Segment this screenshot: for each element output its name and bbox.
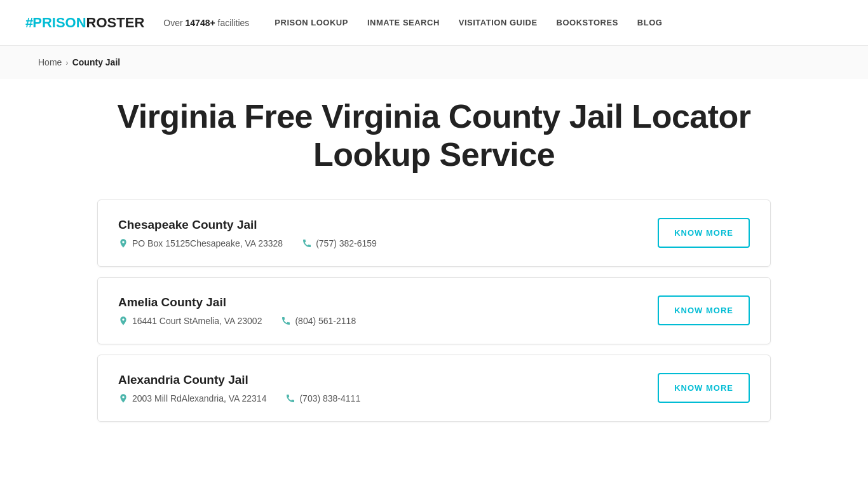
facilities-text: Over 14748+ facilities <box>163 18 249 28</box>
jail-list: Chesapeake County Jail PO Box 15125Chesa… <box>97 200 771 422</box>
site-logo[interactable]: #PRISONROSTER <box>25 15 144 31</box>
jail-phone: (703) 838-4111 <box>285 393 360 403</box>
location-icon <box>118 316 128 326</box>
jail-address: PO Box 15125Chesapeake, VA 23328 <box>118 238 283 248</box>
breadcrumb: Home › County Jail <box>0 46 868 79</box>
jail-name: Chesapeake County Jail <box>118 218 658 232</box>
jail-address-text: 2003 Mill RdAlexandria, VA 22314 <box>132 393 266 403</box>
jail-address: 2003 Mill RdAlexandria, VA 22314 <box>118 393 266 403</box>
jail-card: Chesapeake County Jail PO Box 15125Chesa… <box>97 200 771 267</box>
jail-details: 2003 Mill RdAlexandria, VA 22314 (703) 8… <box>118 393 658 403</box>
jail-card: Alexandria County Jail 2003 Mill RdAlexa… <box>97 355 771 422</box>
breadcrumb-home-link[interactable]: Home <box>38 57 62 67</box>
site-header: #PRISONROSTER Over 14748+ facilities PRI… <box>0 0 868 46</box>
nav-visitation-guide[interactable]: VISITATION GUIDE <box>459 18 538 27</box>
nav-inmate-search[interactable]: INMATE SEARCH <box>367 18 440 27</box>
jail-info: Chesapeake County Jail PO Box 15125Chesa… <box>118 218 658 248</box>
main-nav: PRISON LOOKUP INMATE SEARCH VISITATION G… <box>275 18 662 27</box>
know-more-button[interactable]: KNOW MORE <box>658 218 750 248</box>
jail-details: 16441 Court StAmelia, VA 23002 (804) 561… <box>118 316 658 326</box>
phone-icon <box>302 238 312 248</box>
phone-icon <box>285 393 295 403</box>
nav-prison-lookup[interactable]: PRISON LOOKUP <box>275 18 348 27</box>
jail-phone: (757) 382-6159 <box>302 238 377 248</box>
jail-info: Alexandria County Jail 2003 Mill RdAlexa… <box>118 373 658 403</box>
jail-phone: (804) 561-2118 <box>281 316 356 326</box>
breadcrumb-current: County Jail <box>72 57 120 67</box>
jail-card: Amelia County Jail 16441 Court StAmelia,… <box>97 277 771 344</box>
jail-details: PO Box 15125Chesapeake, VA 23328 (757) 3… <box>118 238 658 248</box>
know-more-button[interactable]: KNOW MORE <box>658 373 750 403</box>
jail-phone-text: (703) 838-4111 <box>299 393 360 403</box>
phone-icon <box>281 316 291 326</box>
jail-address: 16441 Court StAmelia, VA 23002 <box>118 316 262 326</box>
page-title: Virginia Free Virginia County Jail Locat… <box>97 98 771 174</box>
main-content: Virginia Free Virginia County Jail Locat… <box>59 79 809 470</box>
location-icon <box>118 238 128 248</box>
jail-address-text: 16441 Court StAmelia, VA 23002 <box>132 316 262 326</box>
jail-phone-text: (804) 561-2118 <box>295 316 356 326</box>
logo-roster: ROSTER <box>86 15 145 31</box>
jail-phone-text: (757) 382-6159 <box>316 238 377 248</box>
jail-address-text: PO Box 15125Chesapeake, VA 23328 <box>132 238 283 248</box>
nav-bookstores[interactable]: BOOKSTORES <box>557 18 618 27</box>
logo-prison: PRISON <box>32 15 86 31</box>
breadcrumb-chevron-icon: › <box>65 58 68 67</box>
location-icon <box>118 393 128 403</box>
know-more-button[interactable]: KNOW MORE <box>658 295 750 325</box>
logo-hash: # <box>25 15 32 31</box>
jail-name: Amelia County Jail <box>118 295 658 309</box>
jail-name: Alexandria County Jail <box>118 373 658 387</box>
nav-blog[interactable]: BLOG <box>637 18 663 27</box>
jail-info: Amelia County Jail 16441 Court StAmelia,… <box>118 295 658 326</box>
